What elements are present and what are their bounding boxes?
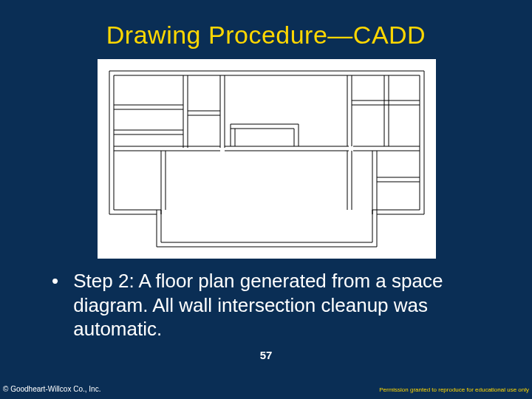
bullet-marker: • [52, 269, 68, 293]
slide-title: Drawing Procedure—CADD [0, 0, 532, 50]
floor-plan-image [98, 59, 436, 259]
floor-plan-svg [105, 66, 429, 251]
bullet-text: Step 2: A floor plan generated from a sp… [73, 269, 487, 341]
copyright-text: © Goodheart-Willcox Co., Inc. [3, 385, 100, 393]
page-number: 57 [0, 349, 532, 361]
permission-text: Permission granted to reproduce for educ… [379, 386, 529, 393]
bullet-item: • Step 2: A floor plan generated from a … [52, 269, 495, 341]
